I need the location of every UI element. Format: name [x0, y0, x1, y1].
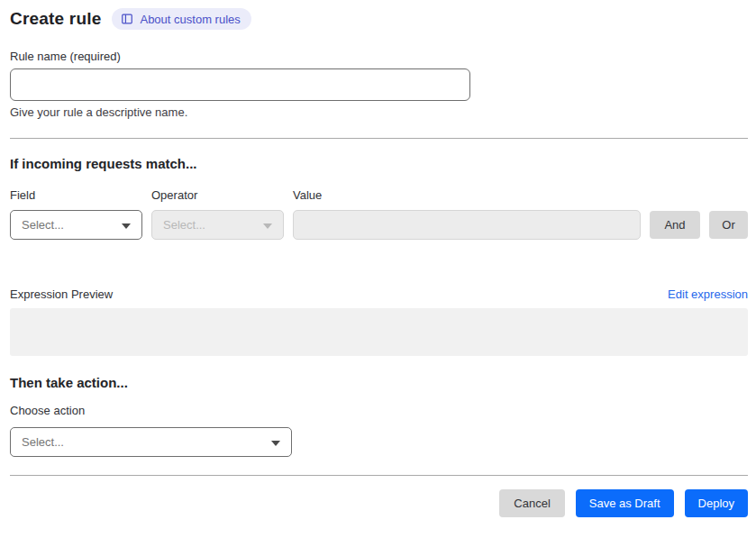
choose-action-label: Choose action [10, 404, 748, 418]
field-select-value: Select... [22, 218, 64, 232]
book-icon [121, 13, 133, 25]
rule-name-section: Rule name (required) Give your rule a de… [10, 48, 748, 120]
action-section-heading: Then take action... [10, 375, 748, 391]
deploy-button[interactable]: Deploy [685, 489, 748, 517]
chevron-down-icon [263, 218, 272, 232]
section-divider [10, 138, 748, 139]
badge-label: About custom rules [140, 14, 240, 25]
value-input[interactable] [293, 210, 641, 240]
edit-expression-link[interactable]: Edit expression [668, 287, 748, 301]
cancel-button[interactable]: Cancel [499, 489, 564, 517]
expression-header: Expression Preview Edit expression [10, 287, 748, 302]
page-header: Create rule About custom rules [10, 7, 748, 31]
value-label: Value [293, 188, 641, 203]
action-select-value: Select... [22, 435, 64, 449]
rule-name-label: Rule name (required) [10, 50, 121, 63]
create-rule-page: Create rule About custom rules Rule name… [0, 0, 756, 530]
footer-divider [10, 475, 748, 476]
page-title: Create rule [10, 9, 101, 29]
match-labels-row: Field Operator Value [10, 188, 748, 203]
match-controls-row: Select... Select... And Or [10, 210, 748, 240]
operator-select-value: Select... [163, 218, 205, 232]
rule-name-helper: Give your rule a descriptive name. [10, 105, 748, 120]
field-label: Field [10, 188, 142, 203]
field-select[interactable]: Select... [10, 210, 142, 240]
expression-preview-box [10, 308, 748, 356]
chevron-down-icon [271, 435, 280, 449]
operator-label: Operator [151, 188, 284, 203]
expression-preview-label: Expression Preview [10, 287, 113, 302]
save-as-draft-button[interactable]: Save as Draft [576, 489, 674, 517]
action-select[interactable]: Select... [10, 427, 292, 457]
rule-name-input[interactable] [10, 68, 470, 101]
about-custom-rules-badge[interactable]: About custom rules [112, 8, 250, 30]
match-section-heading: If incoming requests match... [10, 156, 748, 172]
and-button[interactable]: And [650, 211, 700, 239]
footer-actions: Cancel Save as Draft Deploy [10, 489, 748, 517]
or-button[interactable]: Or [709, 211, 748, 239]
chevron-down-icon [122, 218, 131, 232]
operator-select[interactable]: Select... [151, 210, 284, 240]
